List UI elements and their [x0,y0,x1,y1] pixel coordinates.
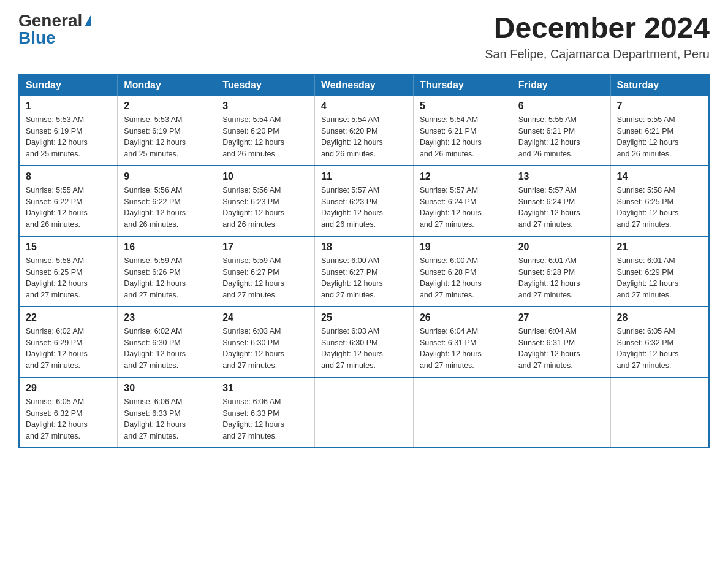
logo-blue-text: Blue [18,29,56,47]
calendar-table: SundayMondayTuesdayWednesdayThursdayFrid… [18,74,710,448]
day-number: 29 [26,383,111,394]
calendar-cell: 29 Sunrise: 6:05 AMSunset: 6:32 PMDaylig… [19,377,118,448]
day-number: 16 [124,242,210,253]
calendar-cell: 27 Sunrise: 6:04 AMSunset: 6:31 PMDaylig… [512,307,610,377]
day-info: Sunrise: 5:55 AMSunset: 6:21 PMDaylight:… [617,115,679,158]
day-number: 2 [124,101,210,112]
calendar-cell: 21 Sunrise: 6:01 AMSunset: 6:29 PMDaylig… [610,236,709,307]
day-number: 11 [321,171,407,182]
calendar-cell: 20 Sunrise: 6:01 AMSunset: 6:28 PMDaylig… [512,236,610,307]
day-info: Sunrise: 6:06 AMSunset: 6:33 PMDaylight:… [222,397,284,440]
calendar-cell: 25 Sunrise: 6:03 AMSunset: 6:30 PMDaylig… [315,307,414,377]
calendar-cell: 11 Sunrise: 5:57 AMSunset: 6:23 PMDaylig… [315,166,414,236]
day-number: 27 [518,312,604,323]
main-title: December 2024 [485,12,710,45]
calendar-header-wednesday: Wednesday [315,74,414,96]
calendar-cell: 6 Sunrise: 5:55 AMSunset: 6:21 PMDayligh… [512,96,610,166]
day-info: Sunrise: 5:56 AMSunset: 6:22 PMDaylight:… [124,186,186,229]
day-info: Sunrise: 5:59 AMSunset: 6:27 PMDaylight:… [222,256,284,299]
day-number: 9 [124,171,210,182]
day-info: Sunrise: 6:00 AMSunset: 6:28 PMDaylight:… [420,256,482,299]
day-info: Sunrise: 5:54 AMSunset: 6:20 PMDaylight:… [321,115,383,158]
calendar-cell: 19 Sunrise: 6:00 AMSunset: 6:28 PMDaylig… [413,236,512,307]
day-info: Sunrise: 6:06 AMSunset: 6:33 PMDaylight:… [124,397,186,440]
day-number: 26 [420,312,506,323]
day-info: Sunrise: 5:53 AMSunset: 6:19 PMDaylight:… [26,115,88,158]
day-number: 31 [222,383,308,394]
day-number: 7 [617,101,702,112]
day-info: Sunrise: 5:54 AMSunset: 6:20 PMDaylight:… [222,115,284,158]
calendar-cell: 3 Sunrise: 5:54 AMSunset: 6:20 PMDayligh… [216,96,315,166]
day-info: Sunrise: 5:55 AMSunset: 6:21 PMDaylight:… [518,115,580,158]
day-info: Sunrise: 6:04 AMSunset: 6:31 PMDaylight:… [518,327,580,370]
calendar-cell: 26 Sunrise: 6:04 AMSunset: 6:31 PMDaylig… [413,307,512,377]
day-info: Sunrise: 6:03 AMSunset: 6:30 PMDaylight:… [321,327,383,370]
day-number: 5 [420,101,506,112]
calendar-header-tuesday: Tuesday [216,74,315,96]
day-info: Sunrise: 5:55 AMSunset: 6:22 PMDaylight:… [26,186,88,229]
day-number: 19 [420,242,506,253]
day-info: Sunrise: 5:56 AMSunset: 6:23 PMDaylight:… [222,186,284,229]
calendar-week-row: 22 Sunrise: 6:02 AMSunset: 6:29 PMDaylig… [19,307,709,377]
day-number: 24 [222,312,308,323]
logo: General Blue [18,12,91,47]
calendar-cell: 4 Sunrise: 5:54 AMSunset: 6:20 PMDayligh… [315,96,414,166]
day-info: Sunrise: 6:04 AMSunset: 6:31 PMDaylight:… [420,327,482,370]
day-number: 15 [26,242,111,253]
calendar-cell: 23 Sunrise: 6:02 AMSunset: 6:30 PMDaylig… [118,307,216,377]
calendar-cell: 14 Sunrise: 5:58 AMSunset: 6:25 PMDaylig… [610,166,709,236]
day-number: 30 [124,383,210,394]
calendar-cell: 5 Sunrise: 5:54 AMSunset: 6:21 PMDayligh… [413,96,512,166]
day-info: Sunrise: 5:57 AMSunset: 6:23 PMDaylight:… [321,186,383,229]
calendar-header-row: SundayMondayTuesdayWednesdayThursdayFrid… [19,74,709,96]
calendar-week-row: 29 Sunrise: 6:05 AMSunset: 6:32 PMDaylig… [19,377,709,448]
day-info: Sunrise: 6:01 AMSunset: 6:29 PMDaylight:… [617,256,679,299]
calendar-cell: 16 Sunrise: 5:59 AMSunset: 6:26 PMDaylig… [118,236,216,307]
calendar-cell: 17 Sunrise: 5:59 AMSunset: 6:27 PMDaylig… [216,236,315,307]
day-number: 23 [124,312,210,323]
day-number: 12 [420,171,506,182]
day-number: 20 [518,242,604,253]
day-info: Sunrise: 5:57 AMSunset: 6:24 PMDaylight:… [420,186,482,229]
day-number: 14 [617,171,702,182]
day-info: Sunrise: 6:03 AMSunset: 6:30 PMDaylight:… [222,327,284,370]
day-info: Sunrise: 5:58 AMSunset: 6:25 PMDaylight:… [26,256,88,299]
calendar-cell: 31 Sunrise: 6:06 AMSunset: 6:33 PMDaylig… [216,377,315,448]
calendar-cell: 15 Sunrise: 5:58 AMSunset: 6:25 PMDaylig… [19,236,118,307]
calendar-header-friday: Friday [512,74,610,96]
day-number: 8 [26,171,111,182]
day-info: Sunrise: 6:02 AMSunset: 6:29 PMDaylight:… [26,327,88,370]
day-info: Sunrise: 6:02 AMSunset: 6:30 PMDaylight:… [124,327,186,370]
calendar-cell [610,377,709,448]
calendar-week-row: 15 Sunrise: 5:58 AMSunset: 6:25 PMDaylig… [19,236,709,307]
subtitle: San Felipe, Cajamarca Department, Peru [485,47,710,61]
day-number: 4 [321,101,407,112]
calendar-header-thursday: Thursday [413,74,512,96]
calendar-cell: 28 Sunrise: 6:05 AMSunset: 6:32 PMDaylig… [610,307,709,377]
calendar-cell: 8 Sunrise: 5:55 AMSunset: 6:22 PMDayligh… [19,166,118,236]
calendar-cell: 2 Sunrise: 5:53 AMSunset: 6:19 PMDayligh… [118,96,216,166]
day-number: 25 [321,312,407,323]
calendar-cell [413,377,512,448]
calendar-week-row: 8 Sunrise: 5:55 AMSunset: 6:22 PMDayligh… [19,166,709,236]
calendar-cell [315,377,414,448]
logo-triangle-icon [85,15,91,26]
calendar-cell: 10 Sunrise: 5:56 AMSunset: 6:23 PMDaylig… [216,166,315,236]
day-info: Sunrise: 6:01 AMSunset: 6:28 PMDaylight:… [518,256,580,299]
day-number: 6 [518,101,604,112]
calendar-cell: 7 Sunrise: 5:55 AMSunset: 6:21 PMDayligh… [610,96,709,166]
calendar-cell: 13 Sunrise: 5:57 AMSunset: 6:24 PMDaylig… [512,166,610,236]
day-info: Sunrise: 5:57 AMSunset: 6:24 PMDaylight:… [518,186,580,229]
day-number: 13 [518,171,604,182]
calendar-header-sunday: Sunday [19,74,118,96]
calendar-cell [512,377,610,448]
day-number: 10 [222,171,308,182]
calendar-cell: 12 Sunrise: 5:57 AMSunset: 6:24 PMDaylig… [413,166,512,236]
calendar-cell: 18 Sunrise: 6:00 AMSunset: 6:27 PMDaylig… [315,236,414,307]
day-number: 3 [222,101,308,112]
day-number: 22 [26,312,111,323]
calendar-cell: 24 Sunrise: 6:03 AMSunset: 6:30 PMDaylig… [216,307,315,377]
day-info: Sunrise: 5:59 AMSunset: 6:26 PMDaylight:… [124,256,186,299]
page-header: General Blue December 2024 San Felipe, C… [18,12,710,61]
calendar-cell: 22 Sunrise: 6:02 AMSunset: 6:29 PMDaylig… [19,307,118,377]
